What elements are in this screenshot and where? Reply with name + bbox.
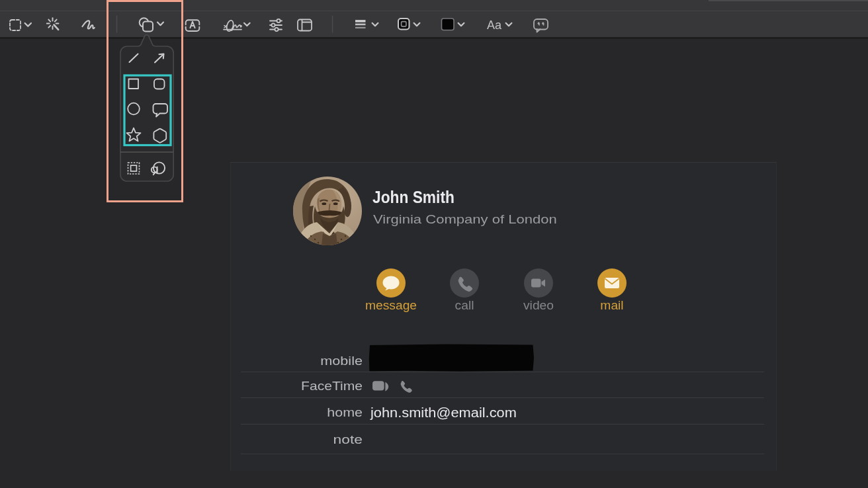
- svg-text:Aa: Aa: [487, 19, 502, 32]
